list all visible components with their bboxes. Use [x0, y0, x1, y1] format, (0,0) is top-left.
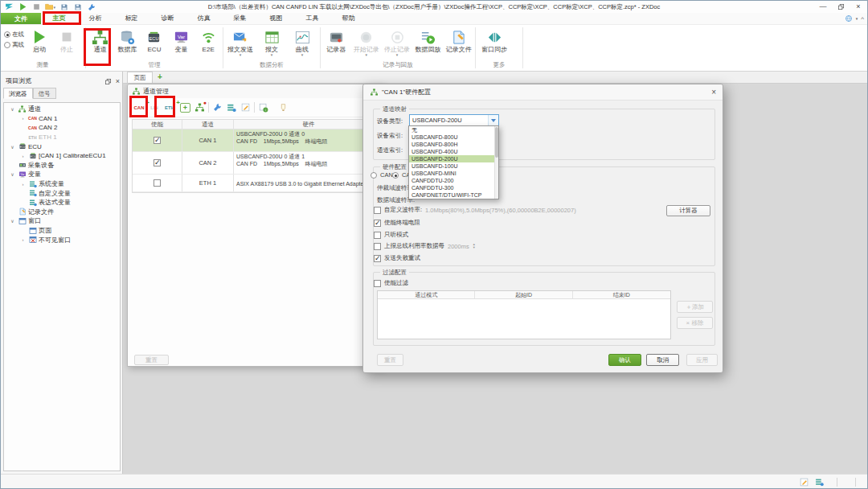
add-page-button[interactable]: +	[153, 72, 167, 83]
custom-baud-checkbox[interactable]: 自定义波特率:1.0Mbps(80%),5.0Mbps(75%),(60,000…	[374, 206, 576, 214]
tree-item-channels[interactable]: ∨通道	[4, 105, 120, 114]
chevron-right-icon[interactable]: ›	[19, 182, 27, 187]
combo-arrow[interactable]	[488, 115, 498, 125]
chevron-down-icon[interactable]: ∨	[9, 218, 16, 224]
dialog-close-button[interactable]: ×	[711, 88, 716, 97]
minimize-button[interactable]: —	[814, 1, 832, 12]
busload-spinner[interactable]: ▲▼	[473, 243, 476, 249]
dock-icon[interactable]	[104, 78, 112, 85]
can-radio-dot[interactable]	[371, 172, 377, 179]
offline-radio-dot[interactable]	[4, 42, 10, 48]
status-variable-icon[interactable]	[815, 478, 824, 487]
message-send-button[interactable]: 报文发送▾	[224, 27, 256, 57]
custom-baud-box[interactable]	[374, 207, 381, 214]
record-file-button[interactable]: 记录文件	[444, 27, 474, 53]
dropdown-option[interactable]: USBCANFD-100U	[409, 162, 498, 170]
analysis-tab[interactable]: 分析	[77, 13, 113, 24]
dropdown-option-selected[interactable]: USBCANFD-200U	[409, 155, 498, 162]
tree-item-record-files[interactable]: 记录文件	[4, 208, 120, 217]
lamp-icon[interactable]	[277, 101, 289, 114]
tree-item-custom-variables[interactable]: 自定义变量	[4, 188, 120, 198]
online-radio[interactable]: 在线	[4, 31, 24, 39]
enable-filter-checkbox[interactable]: 使能过滤	[374, 279, 408, 287]
tools-tab[interactable]: 工具	[294, 13, 330, 24]
recorder-button[interactable]: 记录器	[321, 27, 350, 53]
dropdown-option[interactable]: USBCANFD-800U	[409, 134, 498, 141]
dropdown-option[interactable]: USBCANFD-MINI	[409, 170, 498, 177]
message-button[interactable]: 报文▾	[256, 27, 287, 57]
tab-browser[interactable]: 浏览器	[3, 88, 33, 99]
canfd-radio-dot[interactable]	[392, 172, 399, 179]
tree-item-eth1[interactable]: ETHETH 1	[4, 133, 120, 142]
calculator-button[interactable]: 计算器	[666, 205, 710, 216]
dropdown-arrow-icon[interactable]: ▾	[240, 53, 242, 57]
chevron-down-icon[interactable]: ∨	[9, 106, 16, 112]
tree-item-invisible-windows[interactable]: ›不可见窗口	[4, 235, 120, 244]
database-config-button[interactable]	[226, 101, 237, 114]
dropdown-arrow-icon[interactable]: ▾	[271, 53, 273, 57]
save-as-button[interactable]	[72, 2, 83, 12]
dropdown-option[interactable]: CANFDDTU-200	[409, 177, 498, 184]
tree-item-acquisition-device[interactable]: 采集设备	[4, 161, 120, 171]
restore-button[interactable]	[832, 1, 850, 12]
database-button[interactable]: 数据库	[114, 27, 141, 53]
online-radio-dot[interactable]	[4, 31, 10, 38]
remove-channel-button[interactable]: ●	[194, 101, 205, 114]
device-type-select[interactable]: USBCANFD-200U	[409, 114, 499, 126]
tab-signal[interactable]: 信号	[33, 88, 56, 99]
open-project-button[interactable]: ▾	[45, 2, 55, 12]
tree-item-can1[interactable]: ›CANCAN 1	[4, 114, 120, 124]
quick-stop-button[interactable]	[31, 2, 42, 12]
terminal-resistor-box[interactable]	[374, 220, 381, 227]
tree-item-page[interactable]: 页面	[4, 226, 120, 236]
retry-box[interactable]	[374, 255, 381, 262]
sidebar-close-icon[interactable]: ×	[116, 78, 120, 85]
help-tab[interactable]: 帮助	[330, 13, 366, 24]
tree-item-calibrate-ecu[interactable]: ›[CAN 1] CalibrateECU1	[4, 151, 120, 161]
table-row-can1[interactable]: CAN 1 USBCANFD-200U 0 通道 0CAN FD 1Mbps,5…	[133, 129, 381, 152]
listen-only-checkbox[interactable]: 只听模式	[374, 231, 408, 239]
tree-item-expression-variables[interactable]: 表达式变量	[4, 198, 120, 208]
diagnostics-tab[interactable]: 诊断	[149, 13, 186, 24]
busload-checkbox[interactable]: 上报总线利用率数据每2000ms▲▼	[374, 242, 476, 250]
can-radio[interactable]: CAN	[371, 171, 393, 179]
add-channel-button[interactable]: +	[180, 103, 190, 113]
enable-filter-box[interactable]	[374, 280, 381, 287]
e2e-button[interactable]: E2E	[194, 27, 222, 53]
terminal-resistor-checkbox[interactable]: 使能终端电阻	[374, 219, 420, 227]
dropdown-scrollbar[interactable]	[494, 126, 498, 199]
dropdown-option[interactable]: CANFDNET/DTU/WIFI-TCP	[409, 191, 498, 199]
retry-checkbox[interactable]: 发送失败重试	[374, 254, 420, 262]
tree-item-can2[interactable]: CANCAN 2	[4, 123, 120, 133]
enable-checkbox[interactable]	[154, 179, 161, 187]
quick-start-button[interactable]	[18, 2, 28, 12]
window-sync-button[interactable]: 窗口同步	[477, 27, 512, 53]
chevron-down-icon[interactable]: ∨	[9, 144, 16, 150]
dialog-ok-button[interactable]: 确认	[608, 354, 641, 366]
tree-item-system-variables[interactable]: ›系统变量	[4, 179, 120, 189]
busload-box[interactable]	[374, 243, 381, 250]
start-button[interactable]: 启动	[26, 27, 53, 53]
variable-button[interactable]: 变量	[168, 27, 195, 53]
simulation-tab[interactable]: 仿真	[186, 13, 222, 24]
curve-button[interactable]: 曲线▾	[287, 27, 317, 57]
tree-item-variables[interactable]: ∨变量	[4, 170, 120, 179]
enable-checkbox[interactable]	[154, 159, 161, 166]
data-replay-button[interactable]: 数据回放	[412, 27, 443, 53]
language-globe-icon[interactable]	[845, 14, 853, 23]
tree-item-ecu[interactable]: ∨ECU	[4, 142, 120, 151]
listen-only-box[interactable]	[374, 232, 381, 239]
file-menu-button[interactable]: 文件	[1, 13, 41, 24]
tab-page[interactable]: 页面	[127, 72, 153, 83]
tree-item-windows[interactable]: ∨窗口	[4, 216, 120, 226]
settings-wrench-button[interactable]	[86, 2, 96, 12]
dropdown-option[interactable]: USBCANFD-800H	[409, 141, 498, 148]
dropdown-option[interactable]: USBCANFD-400U	[409, 148, 498, 155]
statistics-badge-button[interactable]	[258, 101, 269, 114]
chevron-down-icon[interactable]: ∨	[9, 171, 16, 177]
ribbon-collapse-button[interactable]: ^	[861, 15, 864, 23]
config-wrench-button[interactable]	[212, 101, 223, 114]
scrollbar-thumb[interactable]	[495, 127, 498, 158]
ecu-button[interactable]: ECU	[141, 27, 168, 53]
offline-radio[interactable]: 离线	[4, 41, 24, 49]
